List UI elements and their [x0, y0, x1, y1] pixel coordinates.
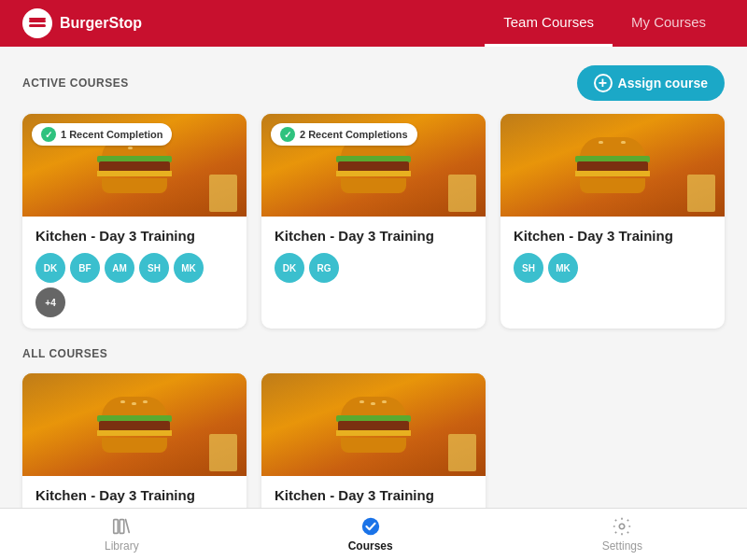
- settings-icon: [612, 516, 632, 537]
- all-card-body-2: Kitchen - Day 3 Training DK BF AM SH MK …: [261, 476, 486, 508]
- card-body-1: Kitchen - Day 3 Training DK BF AM SH MK …: [22, 217, 247, 329]
- avatar-dk-2: DK: [275, 253, 304, 283]
- all-card-image-1: [22, 373, 247, 476]
- all-course-card-1[interactable]: Kitchen - Day 3 Training DK BF AM SH MK …: [22, 373, 247, 508]
- library-icon: [111, 516, 132, 537]
- active-courses-row: ✓ 1 Recent Completion Kitchen - Day 3 Tr…: [22, 114, 725, 329]
- avatar-sh: SH: [139, 253, 169, 283]
- all-card-title-1: Kitchen - Day 3 Training: [35, 487, 233, 503]
- active-courses-header: ACTIVE COURSES + Assign course: [22, 65, 725, 101]
- active-course-card-1[interactable]: ✓ 1 Recent Completion Kitchen - Day 3 Tr…: [22, 114, 247, 329]
- nav-tabs: Team Courses My Courses: [485, 0, 725, 47]
- all-card-title-2: Kitchen - Day 3 Training: [275, 487, 472, 503]
- courses-icon: [360, 516, 381, 537]
- svg-rect-4: [114, 520, 119, 534]
- card-title-3: Kitchen - Day 3 Training: [514, 228, 712, 244]
- avatar-dk: DK: [35, 253, 65, 283]
- completion-badge-1: ✓ 1 Recent Completion: [32, 123, 172, 146]
- card-body-2: Kitchen - Day 3 Training DK RG: [261, 217, 486, 294]
- card-image-3: [500, 114, 725, 217]
- badge-check-icon-1: ✓: [41, 127, 56, 142]
- card-title-1: Kitchen - Day 3 Training: [35, 228, 233, 244]
- all-burger-visual-2: [261, 373, 486, 476]
- bottom-nav-settings[interactable]: Settings: [602, 516, 642, 553]
- svg-rect-2: [29, 24, 46, 27]
- bottom-nav-library[interactable]: Library: [105, 516, 139, 553]
- completion-badge-2: ✓ 2 Recent Completions: [271, 123, 417, 146]
- svg-rect-3: [29, 18, 46, 20]
- card-body-3: Kitchen - Day 3 Training SH MK: [500, 217, 725, 294]
- logo-icon: [22, 8, 52, 38]
- all-courses-title: ALL COURSES: [22, 347, 107, 360]
- logo-area: BurgerStop: [22, 8, 142, 38]
- tab-my-courses[interactable]: My Courses: [613, 0, 725, 47]
- card-avatars-3: SH MK: [514, 253, 712, 283]
- bottom-nav-courses[interactable]: Courses: [348, 516, 393, 553]
- svg-rect-1: [29, 20, 46, 22]
- all-burger-visual-1: [22, 373, 247, 476]
- card-avatars-1: DK BF AM SH MK +4: [35, 253, 233, 317]
- avatar-more: +4: [35, 287, 65, 317]
- avatar-am: AM: [105, 253, 134, 283]
- bottom-nav: Library Courses Settings: [0, 508, 747, 560]
- svg-point-0: [22, 8, 52, 38]
- card-image-1: ✓ 1 Recent Completion: [22, 114, 247, 217]
- all-courses-header: ALL COURSES: [22, 347, 725, 360]
- all-courses-row: Kitchen - Day 3 Training DK BF AM SH MK …: [22, 373, 725, 508]
- assign-course-button[interactable]: + Assign course: [577, 65, 725, 101]
- svg-point-7: [620, 524, 626, 529]
- card-image-2: ✓ 2 Recent Completions: [261, 114, 486, 217]
- all-course-card-2[interactable]: Kitchen - Day 3 Training DK BF AM SH MK …: [261, 373, 486, 508]
- tab-team-courses[interactable]: Team Courses: [485, 0, 613, 47]
- all-card-image-2: [261, 373, 486, 476]
- active-course-card-2[interactable]: ✓ 2 Recent Completions Kitchen - Day 3 T…: [261, 114, 486, 329]
- active-courses-title: ACTIVE COURSES: [22, 77, 129, 90]
- active-course-card-3[interactable]: Kitchen - Day 3 Training SH MK: [500, 114, 725, 329]
- badge-check-icon-2: ✓: [280, 127, 295, 142]
- svg-rect-5: [120, 520, 124, 534]
- avatar-bf: BF: [70, 253, 100, 283]
- svg-point-6: [361, 518, 378, 535]
- card-title-2: Kitchen - Day 3 Training: [275, 228, 472, 244]
- all-card-body-1: Kitchen - Day 3 Training DK BF AM SH MK …: [22, 476, 247, 508]
- avatar-mk-3: MK: [548, 253, 578, 283]
- avatar-rg: RG: [309, 253, 339, 283]
- logo-text: BurgerStop: [60, 15, 142, 32]
- header: BurgerStop Team Courses My Courses: [0, 0, 747, 47]
- plus-icon: +: [594, 74, 613, 92]
- burger-visual-3: [500, 114, 725, 217]
- card-avatars-2: DK RG: [275, 253, 472, 283]
- main-content: ACTIVE COURSES + Assign course: [0, 47, 747, 508]
- avatar-sh-3: SH: [514, 253, 543, 283]
- avatar-mk: MK: [174, 253, 204, 283]
